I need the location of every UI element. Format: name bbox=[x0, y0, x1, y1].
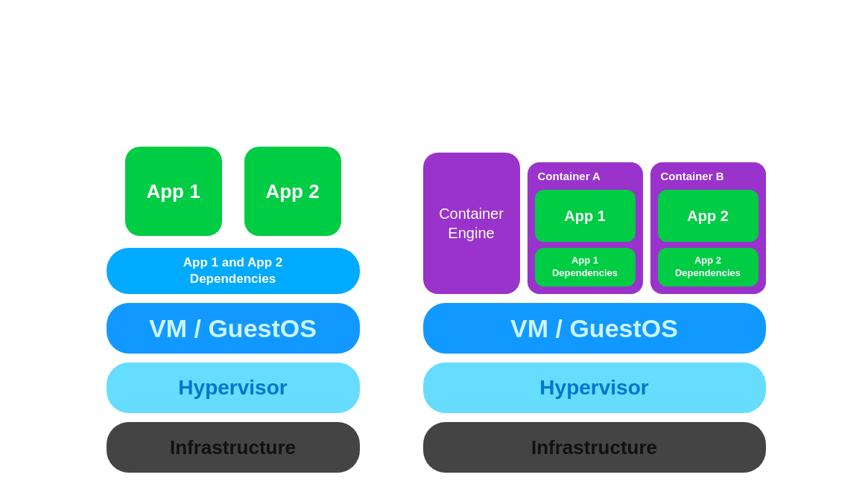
left-infra-bar: Infrastructure bbox=[107, 422, 360, 473]
container-b-label: Container B bbox=[658, 168, 758, 184]
right-infra-label: Infrastructure bbox=[531, 436, 657, 459]
container-engine-box: ContainerEngine bbox=[423, 153, 520, 294]
right-vm-bar: VM / GuestOS bbox=[423, 303, 766, 354]
right-app1-label: App 1 bbox=[564, 208, 606, 225]
app-row: App 1 App 2 bbox=[125, 147, 341, 236]
right-vm-label: VM / GuestOS bbox=[510, 314, 678, 343]
main-container: App 1 App 2 App 1 and App 2Dependencies … bbox=[0, 0, 868, 495]
right-diagram: ContainerEngine Container A App 1 App 1D… bbox=[423, 153, 766, 473]
left-deps-label: App 1 and App 2Dependencies bbox=[183, 255, 283, 287]
container-a: Container A App 1 App 1Dependencies bbox=[528, 162, 643, 294]
left-vm-bar: VM / GuestOS bbox=[107, 303, 360, 354]
container-row: ContainerEngine Container A App 1 App 1D… bbox=[423, 153, 766, 294]
right-app2-label: App 2 bbox=[687, 208, 729, 225]
left-deps-bar: App 1 and App 2Dependencies bbox=[107, 248, 360, 294]
container-a-label: Container A bbox=[535, 168, 636, 184]
right-app2-deps-box: App 2Dependencies bbox=[658, 248, 758, 287]
container-engine-label: ContainerEngine bbox=[439, 204, 504, 243]
left-app2-label: App 2 bbox=[265, 180, 319, 203]
left-hypervisor-label: Hypervisor bbox=[178, 376, 287, 400]
left-diagram: App 1 App 2 App 1 and App 2Dependencies … bbox=[103, 147, 364, 473]
left-app2-box: App 2 bbox=[244, 147, 341, 236]
right-app2-deps-label: App 2Dependencies bbox=[675, 255, 741, 280]
left-app1-box: App 1 bbox=[125, 147, 222, 236]
left-infra-label: Infrastructure bbox=[170, 436, 296, 459]
right-app1-deps-label: App 1Dependencies bbox=[552, 255, 618, 280]
right-app2-box: App 2 bbox=[658, 190, 758, 242]
right-infra-bar: Infrastructure bbox=[423, 422, 766, 473]
left-hypervisor-bar: Hypervisor bbox=[107, 363, 360, 413]
left-app1-label: App 1 bbox=[146, 180, 200, 203]
right-app1-box: App 1 bbox=[535, 190, 636, 242]
left-vm-label: VM / GuestOS bbox=[149, 314, 317, 343]
right-hypervisor-label: Hypervisor bbox=[539, 376, 648, 400]
right-app1-deps-box: App 1Dependencies bbox=[535, 248, 636, 287]
right-hypervisor-bar: Hypervisor bbox=[423, 363, 766, 413]
container-b: Container B App 2 App 2Dependencies bbox=[650, 162, 766, 294]
